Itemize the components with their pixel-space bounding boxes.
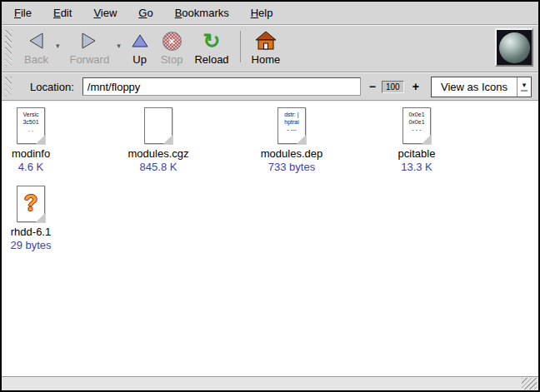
toolbar-separator <box>240 31 241 62</box>
toolbar-drag-handle[interactable] <box>5 30 12 67</box>
forward-arrow-icon <box>79 29 99 52</box>
file-size: 845.8 K <box>103 161 213 173</box>
zoom-level-indicator[interactable]: 100 <box>382 81 404 93</box>
dropdown-arrow-icon: ▾ <box>517 77 531 97</box>
text-file-icon: Versic3c501. . <box>17 107 45 144</box>
file-name: rhdd-6.1 <box>2 226 86 238</box>
resize-grip-icon[interactable] <box>522 378 537 390</box>
file-name: pcitable <box>362 147 472 160</box>
file-size: 29 bytes <box>2 239 86 251</box>
file-size: 733 bytes <box>237 161 347 173</box>
menu-edit[interactable]: Edit <box>42 2 82 23</box>
throbber-indicator <box>495 28 533 67</box>
file-item-modules-dep[interactable]: dstr: |hptrai- --- modules.dep 733 bytes <box>237 107 347 173</box>
view-mode-dropdown[interactable]: View as Icons ▾ <box>431 77 532 97</box>
file-name: modules.cgz <box>103 147 213 160</box>
back-button[interactable]: Back <box>18 28 54 67</box>
menu-bar: File Edit View Go Bookmarks Help <box>2 2 538 24</box>
file-item-rhdd[interactable]: ? rhdd-6.1 29 bytes <box>2 186 86 251</box>
location-input[interactable] <box>82 77 361 96</box>
home-icon <box>255 29 277 52</box>
file-item-pcitable[interactable]: 0x0e10x0e1- - - pcitable 13.3 K <box>362 107 472 173</box>
location-label: Location: <box>30 81 74 93</box>
up-button[interactable]: Up <box>125 28 155 67</box>
menu-bookmarks[interactable]: Bookmarks <box>164 2 240 23</box>
file-item-modules-cgz[interactable]: modules.cgz 845.8 K <box>103 107 213 173</box>
reload-button[interactable]: ↻ Reload <box>188 28 234 67</box>
back-history-dropdown-icon[interactable]: ▾ <box>56 42 60 50</box>
file-item-modinfo[interactable]: Versic3c501. . modinfo 4.6 K <box>2 107 86 173</box>
view-mode-label: View as Icons <box>432 77 517 97</box>
status-bar <box>2 376 538 390</box>
location-bar: Location: − 100 + View as Icons ▾ <box>2 73 538 100</box>
text-file-icon: 0x0e10x0e1- - - <box>402 107 431 144</box>
menu-file[interactable]: File <box>3 2 42 23</box>
back-arrow-icon <box>26 29 46 52</box>
stop-icon: × <box>162 29 182 52</box>
zoom-in-button[interactable]: + <box>409 80 422 93</box>
unknown-file-icon: ? <box>17 186 45 222</box>
file-size: 13.3 K <box>362 161 472 173</box>
throbber-sphere-icon <box>499 32 530 63</box>
text-file-icon: dstr: |hptrai- --- <box>278 107 306 144</box>
toolbar: Back ▾ Forward ▾ Up × Stop ↻ Reloa <box>2 26 538 72</box>
home-button[interactable]: Home <box>246 28 287 67</box>
forward-button[interactable]: Forward <box>63 28 115 67</box>
file-name: modules.dep <box>237 147 347 160</box>
up-arrow-icon <box>131 29 149 52</box>
file-name: modinfo <box>2 147 86 160</box>
zoom-out-button[interactable]: − <box>366 80 379 93</box>
blank-file-icon <box>144 107 172 144</box>
menu-view[interactable]: View <box>82 2 128 23</box>
forward-history-dropdown-icon[interactable]: ▾ <box>117 42 121 50</box>
file-size: 4.6 K <box>2 161 86 173</box>
file-icon-view[interactable]: Versic3c501. . modinfo 4.6 K modules.cgz… <box>2 102 538 376</box>
menu-go[interactable]: Go <box>128 2 163 23</box>
file-manager-window: File Edit View Go Bookmarks Help Back ▾ … <box>0 0 540 392</box>
location-bar-drag-handle[interactable] <box>5 77 12 97</box>
menu-help[interactable]: Help <box>240 2 284 23</box>
stop-button[interactable]: × Stop <box>155 28 189 67</box>
reload-icon: ↻ <box>203 29 221 52</box>
